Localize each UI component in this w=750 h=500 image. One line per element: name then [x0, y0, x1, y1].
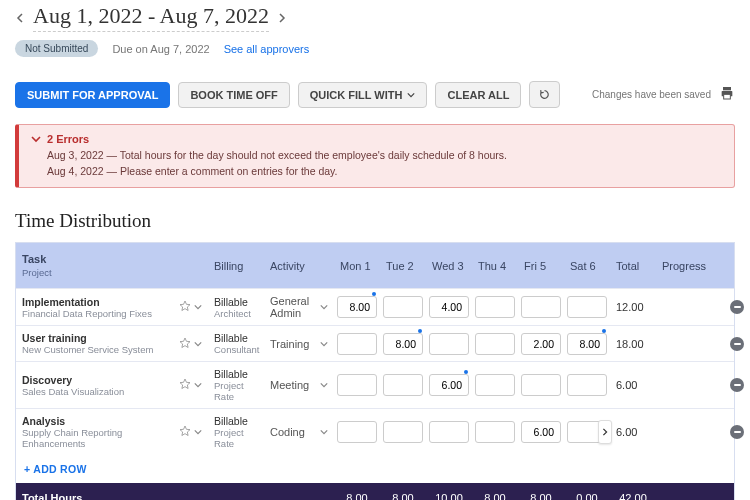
col-billing[interactable]: Billing: [208, 250, 264, 282]
col-day[interactable]: Sat 6: [564, 250, 610, 282]
status-badge: Not Submitted: [15, 40, 98, 57]
hours-input[interactable]: [429, 374, 469, 396]
total-day: 8.00: [518, 483, 564, 500]
col-day[interactable]: Thu 4: [472, 250, 518, 282]
hours-input[interactable]: [567, 374, 607, 396]
prev-week-button[interactable]: [15, 13, 25, 23]
task-name[interactable]: Analysis: [22, 415, 180, 427]
hours-input[interactable]: [475, 333, 515, 355]
billing-type[interactable]: Billable: [214, 332, 258, 344]
submit-for-approval-button[interactable]: SUBMIT FOR APPROVAL: [15, 82, 170, 108]
table-row: ImplementationFinancial Data Reporting F…: [16, 288, 734, 325]
hours-input[interactable]: [521, 421, 561, 443]
row-total: 6.00: [610, 373, 656, 397]
hours-input[interactable]: [521, 296, 561, 318]
add-row-button[interactable]: + ADD ROW: [16, 455, 734, 483]
hours-input[interactable]: [337, 333, 377, 355]
see-approvers-link[interactable]: See all approvers: [224, 43, 310, 55]
print-button[interactable]: [719, 85, 735, 104]
total-day: 8.00: [334, 483, 380, 500]
quick-fill-label: QUICK FILL WITH: [310, 89, 403, 101]
totals-label: Total Hours: [16, 483, 334, 500]
project-name: Supply Chain Reporting Enhancements: [22, 427, 180, 449]
error-banner: 2 Errors Aug 3, 2022 — Total hours for t…: [15, 124, 735, 188]
project-name: Sales Data Visualization: [22, 386, 180, 397]
caret-down-icon[interactable]: [194, 379, 202, 391]
next-week-button[interactable]: [277, 13, 287, 23]
billing-rate: Project Rate: [214, 380, 258, 402]
svg-rect-2: [724, 94, 731, 99]
hours-input[interactable]: [475, 296, 515, 318]
hours-input[interactable]: [429, 296, 469, 318]
table-row: DiscoverySales Data VisualizationBillabl…: [16, 361, 734, 408]
hours-input[interactable]: [383, 421, 423, 443]
col-progress[interactable]: Progress: [656, 250, 750, 282]
col-task[interactable]: Task: [22, 253, 180, 265]
caret-down-icon[interactable]: [194, 338, 202, 350]
col-day[interactable]: Tue 2: [380, 250, 426, 282]
row-total: 12.00: [610, 295, 656, 319]
task-name[interactable]: User training: [22, 332, 180, 344]
billing-type[interactable]: Billable: [214, 368, 258, 380]
hours-input[interactable]: [429, 333, 469, 355]
due-date: Due on Aug 7, 2022: [112, 43, 209, 55]
chevron-down-icon: [31, 134, 41, 144]
remove-row-button[interactable]: [730, 300, 744, 314]
time-grid: Task Project Billing Activity Mon 1 Tue …: [15, 242, 735, 500]
col-activity[interactable]: Activity: [264, 250, 334, 282]
billing-rate: Consultant: [214, 344, 258, 355]
total-day: 8.00: [472, 483, 518, 500]
hours-input[interactable]: [383, 333, 423, 355]
caret-down-icon[interactable]: [320, 301, 328, 313]
task-name[interactable]: Discovery: [22, 374, 180, 386]
star-icon[interactable]: [179, 337, 191, 351]
comment-dot-icon: [464, 370, 468, 374]
billing-type[interactable]: Billable: [214, 415, 258, 427]
caret-down-icon[interactable]: [194, 426, 202, 438]
col-total[interactable]: Total: [610, 250, 656, 282]
next-days-button[interactable]: [598, 420, 612, 444]
caret-down-icon[interactable]: [320, 379, 328, 391]
hours-input[interactable]: [475, 374, 515, 396]
star-icon[interactable]: [179, 425, 191, 439]
hours-input[interactable]: [475, 421, 515, 443]
hours-input[interactable]: [383, 296, 423, 318]
star-icon[interactable]: [179, 300, 191, 314]
activity-name[interactable]: Coding: [270, 426, 305, 438]
activity-name[interactable]: General Admin: [270, 295, 316, 319]
col-day[interactable]: Wed 3: [426, 250, 472, 282]
row-total: 6.00: [610, 420, 656, 444]
refresh-button[interactable]: [529, 81, 560, 108]
hours-input[interactable]: [337, 296, 377, 318]
remove-row-button[interactable]: [730, 425, 744, 439]
error-header[interactable]: 2 Errors: [31, 133, 722, 145]
hours-input[interactable]: [429, 421, 469, 443]
clear-all-button[interactable]: CLEAR ALL: [435, 82, 521, 108]
caret-down-icon[interactable]: [320, 338, 328, 350]
hours-input[interactable]: [337, 374, 377, 396]
refresh-icon: [538, 88, 551, 101]
hours-input[interactable]: [567, 333, 607, 355]
error-item: Aug 4, 2022 — Please enter a comment on …: [31, 165, 722, 177]
task-name[interactable]: Implementation: [22, 296, 180, 308]
section-time-distribution: Time Distribution: [15, 210, 735, 232]
remove-row-button[interactable]: [730, 378, 744, 392]
col-day[interactable]: Fri 5: [518, 250, 564, 282]
hours-input[interactable]: [521, 333, 561, 355]
caret-down-icon[interactable]: [320, 426, 328, 438]
hours-input[interactable]: [521, 374, 561, 396]
caret-down-icon[interactable]: [194, 301, 202, 313]
hours-input[interactable]: [337, 421, 377, 443]
hours-input[interactable]: [567, 296, 607, 318]
hours-input[interactable]: [383, 374, 423, 396]
activity-name[interactable]: Training: [270, 338, 309, 350]
star-icon[interactable]: [179, 378, 191, 392]
print-icon: [719, 85, 735, 101]
book-time-off-button[interactable]: BOOK TIME OFF: [178, 82, 289, 108]
quick-fill-button[interactable]: QUICK FILL WITH: [298, 82, 428, 108]
activity-name[interactable]: Meeting: [270, 379, 309, 391]
col-day[interactable]: Mon 1: [334, 250, 380, 282]
billing-type[interactable]: Billable: [214, 296, 258, 308]
remove-row-button[interactable]: [730, 337, 744, 351]
date-range[interactable]: Aug 1, 2022 - Aug 7, 2022: [33, 3, 269, 32]
